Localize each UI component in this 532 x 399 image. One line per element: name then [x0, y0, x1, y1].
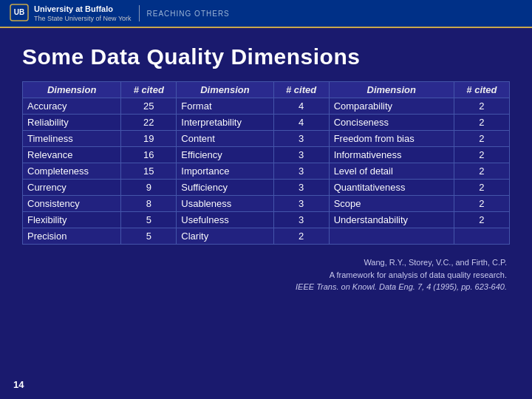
page-number: 14: [13, 379, 24, 390]
svg-text:UB: UB: [14, 8, 24, 16]
table-cell: Level of detail: [329, 163, 454, 180]
col-header-cited2: # cited: [273, 82, 329, 98]
table-cell: 9: [121, 180, 177, 196]
table-cell: Usableness: [177, 196, 273, 212]
table-cell: 2: [273, 228, 329, 245]
university-name: University at Buffalo The State Universi…: [34, 4, 132, 21]
table-cell: 5: [121, 228, 177, 245]
ub-shield-icon: UB: [9, 3, 30, 24]
table-cell: 2: [454, 180, 509, 196]
table-cell: Clarity: [177, 228, 273, 245]
citation-line3: IEEE Trans. on Knowl. Data Eng. 7, 4 (19…: [22, 281, 507, 293]
table-cell: Reliability: [23, 115, 121, 131]
table-cell: Informativeness: [329, 147, 454, 163]
table-cell: Completeness: [23, 163, 121, 180]
table-row: Relevance16Efficiency3Informativeness2: [23, 147, 510, 163]
table-cell: Precision: [23, 228, 121, 245]
table-cell: 2: [454, 115, 509, 131]
table-cell: 2: [454, 163, 509, 180]
table-row: Accuracy25Format4Comparability2: [23, 98, 510, 115]
table-cell: Importance: [177, 163, 273, 180]
table-cell: 3: [273, 180, 329, 196]
table-cell: 19: [121, 131, 177, 147]
table-row: Currency9Sufficiency3Quantitativeness2: [23, 180, 510, 196]
table-cell: Efficiency: [177, 147, 273, 163]
table-cell: Consistency: [23, 196, 121, 212]
header-divider: [139, 5, 140, 21]
table-cell: Understandability: [329, 212, 454, 228]
table-cell: 2: [454, 131, 509, 147]
citation-line2: A framework for analysis of data quality…: [22, 269, 507, 282]
table-cell: 4: [273, 115, 329, 131]
table-row: Precision5Clarity2: [23, 228, 510, 245]
table-cell: 2: [454, 147, 509, 163]
table-row: Flexibility5Usefulness3Understandability…: [23, 212, 510, 228]
table-row: Completeness15Importance3Level of detail…: [23, 163, 510, 180]
table-cell: 3: [273, 163, 329, 180]
table-cell: Scope: [329, 196, 454, 212]
table-cell: 3: [273, 147, 329, 163]
table-cell: Conciseness: [329, 115, 454, 131]
table-cell: 3: [273, 196, 329, 212]
table-cell: 25: [121, 98, 177, 115]
table-row: Reliability22Interpretability4Concisenes…: [23, 115, 510, 131]
main-content: Some Data Quality Dimensions Dimension #…: [0, 28, 532, 301]
table-cell: Relevance: [23, 147, 121, 163]
table-cell: Timeliness: [23, 131, 121, 147]
table-cell: Content: [177, 131, 273, 147]
dimensions-table: Dimension # cited Dimension # cited Dime…: [22, 81, 510, 245]
table-cell: Freedom from bias: [329, 131, 454, 147]
page-title: Some Data Quality Dimensions: [22, 44, 510, 69]
table-cell: Comparability: [329, 98, 454, 115]
citation-block: Wang, R.Y., Storey, V.C., and Firth, C.P…: [22, 256, 510, 293]
table-cell: Flexibility: [23, 212, 121, 228]
table-cell: 3: [273, 131, 329, 147]
table-cell: 4: [273, 98, 329, 115]
table-cell: 8: [121, 196, 177, 212]
table-cell: Accuracy: [23, 98, 121, 115]
table-cell: 2: [454, 196, 509, 212]
table-cell: Interpretability: [177, 115, 273, 131]
ub-logo: UB University at Buffalo The State Unive…: [9, 3, 132, 24]
table-cell: 2: [454, 212, 509, 228]
table-cell: Quantitativeness: [329, 180, 454, 196]
table-header-row: Dimension # cited Dimension # cited Dime…: [23, 82, 510, 98]
table-cell: 22: [121, 115, 177, 131]
reaching-others-label: REACHING OTHERS: [147, 10, 230, 18]
citation-line1: Wang, R.Y., Storey, V.C., and Firth, C.P…: [22, 256, 507, 269]
col-header-dim2: Dimension: [177, 82, 273, 98]
table-row: Consistency8Usableness3Scope2: [23, 196, 510, 212]
table-cell: Format: [177, 98, 273, 115]
table-cell: 16: [121, 147, 177, 163]
header-bar: UB University at Buffalo The State Unive…: [0, 0, 532, 28]
table-cell: 5: [121, 212, 177, 228]
table-cell: 3: [273, 212, 329, 228]
table-row: Timeliness19Content3Freedom from bias2: [23, 131, 510, 147]
col-header-cited1: # cited: [121, 82, 177, 98]
col-header-dim3: Dimension: [329, 82, 454, 98]
table-cell: Usefulness: [177, 212, 273, 228]
table-cell: [454, 228, 509, 245]
col-header-dim1: Dimension: [23, 82, 121, 98]
table-cell: 15: [121, 163, 177, 180]
col-header-cited3: # cited: [454, 82, 509, 98]
table-cell: [329, 228, 454, 245]
table-cell: Currency: [23, 180, 121, 196]
table-cell: Sufficiency: [177, 180, 273, 196]
table-cell: 2: [454, 98, 509, 115]
